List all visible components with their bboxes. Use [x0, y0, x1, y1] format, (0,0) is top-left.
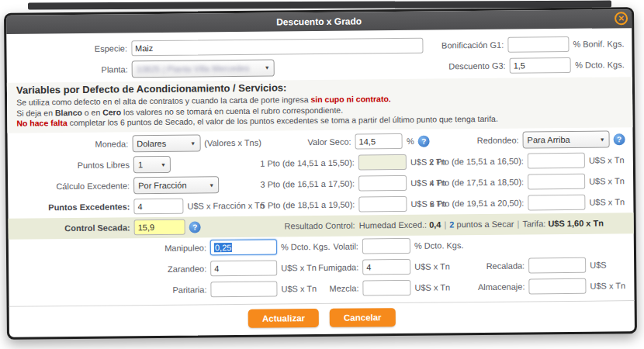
pto1-input[interactable] [358, 154, 407, 171]
bonificacion-g1-input[interactable] [507, 36, 569, 52]
descuento-g3-input[interactable] [510, 57, 572, 73]
bonificacion-g1-label: Bonificación G1: [423, 34, 507, 56]
resultado-control-text: Humedad Exced.: 0,4|2 puntos a Secar|Tar… [359, 213, 604, 236]
redondeo-select[interactable]: Para Arriba ▼ [522, 130, 609, 148]
recalada-label: Recalada: [452, 255, 528, 277]
puntos-excedentes-label: Puntos Excedentes: [16, 196, 133, 218]
paritaria-suffix: U$S x Tn [277, 284, 317, 293]
paritaria-input[interactable] [210, 282, 277, 298]
redondeo-label: Redondeo: [444, 130, 522, 151]
caret-down-icon: ▼ [600, 136, 605, 142]
especie-input[interactable] [131, 37, 423, 56]
recalada-input[interactable] [528, 257, 586, 274]
moneda-select-value: Dolares [137, 139, 185, 149]
caret-down-icon: ▼ [161, 161, 166, 167]
info-line-2-bold-cero: Cero [102, 107, 121, 116]
caret-down-icon: ▼ [209, 182, 214, 188]
almacenaje-suffix: U$S x Tn [586, 281, 625, 290]
info-section: Variables por Defecto de Acondicionamien… [7, 77, 633, 133]
zarandeo-input[interactable] [210, 261, 277, 277]
cancelar-button[interactable]: Cancelar [330, 308, 396, 327]
volatil-input[interactable] [362, 238, 410, 254]
dialog-descuento-x-grado: Descuento x Grado ✕ Especie: Bonificació… [4, 7, 637, 340]
resultado-separator: | [441, 219, 449, 229]
manipuleo-suffix: % Dcto. Kgs. [277, 242, 331, 252]
calculo-excedente-select-value: Por Fracción [138, 180, 204, 190]
info-line-2-text-a: Si deja en [16, 108, 55, 117]
moneda-select[interactable]: Dolares ▼ [132, 134, 200, 152]
bonificacion-g1-suffix: % Bonif. Kgs. [569, 39, 624, 49]
info-line-2-bold-blanco: Blanco [55, 107, 82, 116]
manipuleo-input[interactable]: 0,25 [210, 240, 277, 256]
control-secada-input[interactable] [134, 219, 185, 236]
pto3-input[interactable] [358, 175, 407, 192]
planta-select-value: 10825 | Planta Villa Mercedes [137, 63, 260, 74]
valor-seco-input[interactable] [355, 133, 403, 150]
info-line-2-text-b: o en [82, 107, 102, 116]
resultado-puntos-label: puntos a Secar [456, 219, 514, 230]
caret-down-icon: ▼ [190, 140, 196, 146]
almacenaje-input[interactable] [528, 278, 586, 295]
close-icon[interactable]: ✕ [615, 12, 628, 25]
pto2-label: 2 Pto (de 15,51 a 16,50): [448, 150, 528, 172]
mezcla-input[interactable] [362, 280, 410, 296]
dialog-title: Descuento x Grado [276, 16, 362, 27]
paritaria-label: Paritaria: [16, 279, 210, 302]
calculo-excedente-label: Cálculo Excedente: [16, 175, 133, 197]
resultado-control-label: Resultado Control: [272, 215, 359, 237]
puntos-excedentes-input[interactable] [133, 199, 183, 215]
manipuleo-selected-text: 0,25 [214, 243, 233, 252]
especie-label: Especie: [14, 37, 131, 59]
control-secada-label: Control Secada: [16, 217, 134, 239]
valor-seco-label: Valor Seco: [268, 131, 355, 153]
pto5-label: 5 Pto (de 18,51 a 19,50): [272, 194, 358, 216]
descuento-g3-label: Descuento G3: [424, 55, 510, 77]
fumigada-input[interactable] [362, 259, 410, 275]
resultado-puntos-value: 2 [449, 219, 454, 229]
resultado-separator: | [514, 219, 522, 229]
pto4-label: 4 Pto (de 17,51 a 18,50): [448, 171, 528, 193]
moneda-label: Moneda: [15, 133, 132, 155]
pto5-input[interactable] [358, 196, 407, 213]
help-icon[interactable]: ? [614, 133, 625, 145]
puntos-libres-label: Puntos Libres [16, 154, 133, 176]
fumigada-suffix: U$S x Tn [410, 261, 450, 271]
planta-label: Planta: [15, 58, 132, 80]
info-line-2-text-c: los valores no se tomará en cuenta el ru… [121, 105, 343, 116]
info-line-3-warning: No hace falta [16, 118, 67, 128]
pto6-input[interactable] [528, 195, 585, 211]
help-icon[interactable]: ? [189, 221, 201, 233]
zarandeo-label: Zarandeo: [16, 258, 210, 281]
pto4-input[interactable] [528, 174, 585, 190]
descuento-g3-suffix: % Dcto. Kgs. [571, 60, 625, 70]
pto6-suffix: U$S x Tn [585, 197, 625, 206]
planta-select[interactable]: 10825 | Planta Villa Mercedes ▼ [132, 59, 275, 78]
recalada-suffix: U$S [586, 260, 607, 269]
page-background: Descuento x Grado ✕ Especie: Bonificació… [0, 0, 644, 349]
resultado-humedad-label: Humedad Exced.: [359, 220, 428, 230]
pto1-label: 1 Pto (de 14,51 a 15,50): [272, 152, 358, 174]
actualizar-button[interactable]: Actualizar [248, 309, 319, 328]
mezcla-suffix: U$S x Tn [410, 282, 450, 292]
puntos-excedentes-suffix: U$S x Fracción x Tn [183, 201, 265, 211]
resultado-tarifa-value: U$S 1,60 x Tn [548, 219, 604, 229]
footer-buttons: Actualizar Cancelar [17, 306, 627, 330]
manipuleo-label: Manipuleo: [16, 237, 210, 260]
pto4-suffix: U$S x Tn [585, 176, 625, 185]
puntos-libres-select[interactable]: 1 ▼ [133, 156, 171, 173]
calculo-excedente-select[interactable]: Por Fracción ▼ [133, 176, 219, 194]
puntos-libres-select-value: 1 [138, 160, 156, 169]
help-icon[interactable]: ? [418, 135, 430, 147]
pto2-input[interactable] [528, 153, 585, 169]
fumigada-label: Fumigada: [331, 257, 362, 278]
moneda-suffix: (Valores x Tns) [200, 138, 261, 148]
volatil-label: Volatil: [331, 236, 362, 257]
mezcla-label: Mezcla: [331, 278, 362, 299]
valor-seco-suffix: % [403, 136, 414, 146]
resultado-tarifa-label: Tarifa: [522, 219, 545, 228]
almacenaje-label: Almacenaje: [452, 276, 528, 298]
info-line-1-warning: sin cupo ni contrato. [310, 94, 390, 104]
resultado-humedad-value: 0,4 [429, 220, 441, 230]
pto3-label: 3 Pto (de 16,51 a 17,50): [272, 173, 358, 195]
redondeo-select-value: Para Arriba [528, 135, 595, 145]
